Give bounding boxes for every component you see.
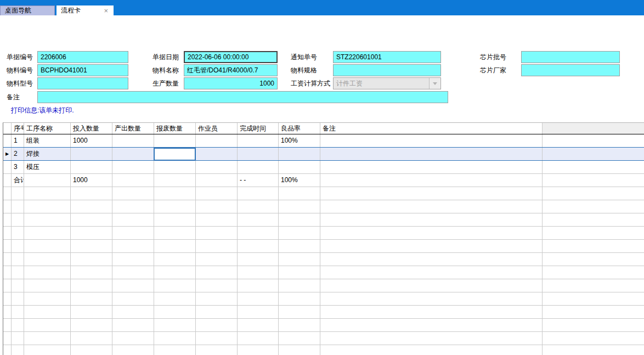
doc-date-input[interactable]	[184, 51, 278, 63]
cell-filler	[542, 134, 644, 147]
cell-input-qty[interactable]: 1000	[70, 134, 112, 147]
tab-process-card[interactable]: 流程卡 ×	[57, 5, 114, 15]
cell-scrap-qty[interactable]	[154, 134, 195, 147]
cell-remark[interactable]	[320, 148, 542, 160]
cell-operator[interactable]	[195, 174, 237, 187]
row-indicator-arrow: ▶	[3, 148, 11, 160]
cell-process[interactable]: 组装	[24, 134, 70, 147]
row-indicator-header	[3, 123, 11, 134]
cell-process[interactable]: 焊接	[24, 148, 70, 160]
cell-scrap-qty[interactable]	[154, 174, 195, 187]
tab-bar: 桌面导航 流程卡 ×	[0, 0, 644, 15]
wage-method-select[interactable]: 计件工资	[333, 77, 441, 89]
cell-output-qty[interactable]	[112, 174, 154, 187]
cell-finish-time[interactable]: - -	[237, 174, 278, 187]
table-row-empty[interactable]	[3, 266, 644, 279]
col-header-output-qty[interactable]: 产出数量	[112, 123, 154, 134]
wage-method-label: 工资计算方式	[291, 77, 330, 89]
cell-yield-rate[interactable]: 100%	[278, 134, 320, 147]
cell-input-qty[interactable]	[70, 148, 112, 160]
cell-yield-rate[interactable]	[278, 161, 320, 173]
cell-seq[interactable]: 1	[11, 134, 24, 147]
col-header-yield-rate[interactable]: 良品率	[278, 123, 320, 134]
col-header-remark[interactable]: 备注	[320, 123, 542, 134]
cell-yield-rate[interactable]	[278, 148, 320, 160]
cell-finish-time[interactable]	[237, 134, 278, 147]
remark-input[interactable]	[37, 91, 448, 103]
cell-seq[interactable]: 3	[11, 161, 24, 173]
table-row-empty[interactable]	[3, 227, 644, 240]
table-row-empty[interactable]	[3, 332, 644, 345]
chip-batch-label: 芯片批号	[480, 51, 506, 63]
notice-no-input[interactable]	[333, 51, 441, 63]
cell-output-qty[interactable]	[112, 134, 154, 147]
table-row-empty[interactable]	[3, 200, 644, 213]
chip-maker-label: 芯片厂家	[480, 64, 506, 76]
cell-input-qty[interactable]	[70, 161, 112, 173]
table-row-empty[interactable]	[3, 306, 644, 319]
material-no-input[interactable]	[37, 64, 128, 76]
col-header-filler	[542, 123, 644, 134]
cell-input-qty[interactable]: 1000	[70, 174, 112, 187]
cell-finish-time[interactable]	[237, 148, 278, 160]
cell-process[interactable]: 模压	[24, 161, 70, 173]
col-header-process[interactable]: 工序名称	[24, 123, 70, 134]
table-row-empty[interactable]	[3, 279, 644, 292]
row-indicator	[3, 161, 11, 173]
table-row-empty[interactable]	[3, 345, 644, 355]
chip-maker-input[interactable]	[521, 64, 620, 76]
cell-operator[interactable]	[195, 161, 237, 173]
close-icon[interactable]: ×	[103, 7, 109, 14]
notice-no-label: 通知单号	[291, 51, 317, 63]
cell-output-qty[interactable]	[112, 161, 154, 173]
chevron-down-icon	[433, 82, 437, 85]
table-row-empty[interactable]	[3, 187, 644, 200]
col-header-scrap-qty[interactable]: 报废数量	[154, 123, 195, 134]
cell-filler	[542, 161, 644, 173]
cell-seq[interactable]: 2	[11, 148, 24, 160]
material-spec-label: 物料规格	[291, 64, 317, 76]
combo-dropdown-button[interactable]	[429, 78, 440, 89]
process-card-window: 桌面导航 流程卡 × 单据编号 单据日期 通知单号 芯片批号 物料编号 物料名称…	[0, 0, 644, 355]
material-spec-input[interactable]	[333, 64, 441, 76]
material-model-label: 物料型号	[7, 77, 33, 89]
doc-no-input[interactable]	[37, 51, 128, 63]
grid-header-row: 序号 工序名称 投入数量 产出数量 报废数量 作业员 完成时间 良品率 备注	[3, 123, 644, 134]
table-row-empty[interactable]	[3, 213, 644, 227]
table-row-empty[interactable]	[3, 240, 644, 253]
material-model-input[interactable]	[37, 77, 128, 89]
cell-scrap-qty[interactable]	[154, 161, 195, 173]
cell-operator[interactable]	[195, 134, 237, 147]
table-row[interactable]: 1 组装 1000 100%	[3, 134, 644, 148]
cell-remark[interactable]	[320, 161, 542, 173]
row-indicator	[3, 174, 11, 187]
cell-remark[interactable]	[320, 174, 542, 187]
cell-seq[interactable]: 合计	[11, 174, 24, 187]
prod-qty-input[interactable]	[184, 77, 278, 89]
cell-yield-rate[interactable]: 100%	[278, 174, 320, 187]
table-row-empty[interactable]	[3, 292, 644, 306]
cell-operator[interactable]	[195, 148, 237, 160]
remark-label: 备注	[7, 91, 20, 103]
table-row-empty[interactable]	[3, 253, 644, 266]
table-row[interactable]: 3 模压	[3, 161, 644, 174]
table-row-selected[interactable]: ▶ 2 焊接	[3, 148, 644, 161]
tab-process-card-label: 流程卡	[61, 6, 81, 15]
row-indicator	[3, 134, 11, 147]
col-header-finish-time[interactable]: 完成时间	[237, 123, 278, 134]
cell-finish-time[interactable]	[237, 161, 278, 173]
scrap-qty-cell-editor[interactable]	[154, 148, 196, 161]
col-header-input-qty[interactable]: 投入数量	[70, 123, 112, 134]
col-header-operator[interactable]: 作业员	[195, 123, 237, 134]
tab-desktop-nav[interactable]: 桌面导航	[0, 5, 55, 15]
table-row-empty[interactable]	[3, 319, 644, 332]
col-header-seq[interactable]: 序号	[11, 123, 24, 134]
process-grid: 序号 工序名称 投入数量 产出数量 报废数量 作业员 完成时间 良品率 备注 1…	[3, 122, 644, 355]
doc-no-label: 单据编号	[7, 51, 33, 63]
cell-process[interactable]	[24, 174, 70, 187]
chip-batch-input[interactable]	[521, 51, 620, 63]
material-name-input[interactable]	[184, 64, 278, 76]
cell-remark[interactable]	[320, 134, 542, 147]
table-row-total[interactable]: 合计 1000 - - 100%	[3, 174, 644, 187]
cell-output-qty[interactable]	[112, 148, 154, 160]
